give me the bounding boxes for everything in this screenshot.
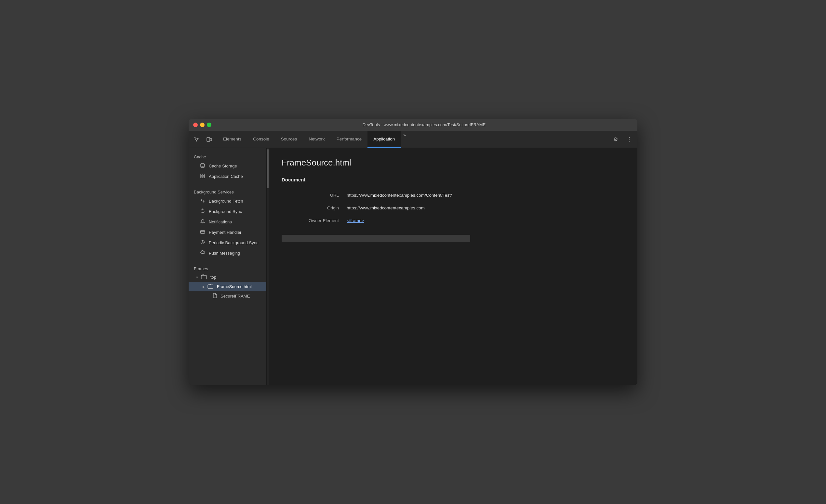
sidebar-item-push-messaging[interactable]: Push Messaging	[190, 248, 265, 258]
tab-application[interactable]: Application	[367, 131, 401, 148]
file-icon-secureiframe	[213, 293, 217, 299]
page-title: FrameSource.html	[282, 158, 625, 168]
tab-sources[interactable]: Sources	[275, 131, 303, 148]
toolbar: Elements Console Sources Network Perform…	[189, 131, 637, 148]
main-content: Cache Cache Storage	[189, 148, 637, 385]
more-tabs-button[interactable]: »	[401, 131, 408, 148]
background-fetch-label: Background Fetch	[209, 199, 243, 203]
svg-rect-3	[201, 174, 202, 176]
arrows-icon	[200, 198, 205, 204]
minimize-button[interactable]	[200, 123, 204, 127]
database-icon	[200, 163, 205, 169]
svg-rect-7	[201, 231, 205, 234]
url-row: URL https://www.mixedcontentexamples.com…	[282, 189, 625, 202]
tab-network[interactable]: Network	[303, 131, 331, 148]
card-icon	[200, 229, 205, 236]
more-options-icon: ⋮	[626, 136, 632, 143]
devtools-window: DevTools - www.mixedcontentexamples.com/…	[189, 119, 637, 385]
sidebar-item-application-cache[interactable]: Application Cache	[190, 171, 265, 181]
cloud-icon	[200, 250, 205, 256]
payment-handler-label: Payment Handler	[209, 230, 241, 235]
svg-rect-11	[208, 285, 213, 289]
bell-icon	[200, 219, 205, 225]
toolbar-tabs: Elements Console Sources Network Perform…	[217, 131, 408, 148]
traffic-lights	[193, 123, 212, 127]
push-messaging-label: Push Messaging	[209, 251, 240, 256]
sidebar-item-payment-handler[interactable]: Payment Handler	[190, 227, 265, 237]
tree-arrow-framesource	[201, 285, 205, 289]
origin-value: https://www.mixedcontentexamples.com	[347, 205, 625, 210]
settings-button[interactable]: ⚙	[610, 134, 621, 145]
origin-row: Origin https://www.mixedcontentexamples.…	[282, 202, 625, 214]
tree-item-top[interactable]: top	[189, 272, 266, 282]
owner-element-link[interactable]: <iframe>	[347, 218, 364, 223]
tab-console[interactable]: Console	[247, 131, 275, 148]
svg-rect-4	[203, 174, 204, 176]
tab-elements[interactable]: Elements	[217, 131, 247, 148]
sidebar-cache-heading: Cache	[189, 152, 266, 161]
secureiframe-label: SecureIFRAME	[221, 294, 250, 299]
window-title: DevTools - www.mixedcontentexamples.com/…	[215, 122, 633, 127]
application-cache-label: Application Cache	[209, 174, 243, 179]
cache-storage-label: Cache Storage	[209, 164, 237, 169]
toolbar-icon-group	[191, 134, 215, 145]
device-icon[interactable]	[203, 134, 215, 145]
framesource-label: FrameSource.html	[217, 284, 252, 289]
folder-icon-top	[201, 274, 207, 280]
folder-icon-framesource	[208, 284, 213, 290]
tree-arrow-top	[195, 275, 199, 279]
sync-icon	[200, 208, 205, 214]
settings-icon: ⚙	[613, 136, 618, 142]
svg-rect-10	[201, 275, 206, 279]
titlebar: DevTools - www.mixedcontentexamples.com/…	[189, 119, 637, 131]
sidebar-bg-services-heading: Background Services	[189, 187, 266, 196]
grid-icon	[200, 173, 205, 180]
toolbar-right: ⚙ ⋮	[610, 134, 635, 145]
sidebar-item-notifications[interactable]: Notifications	[190, 217, 265, 227]
sidebar-frames-heading: Frames	[189, 264, 266, 272]
svg-rect-0	[207, 137, 210, 141]
sidebar: Cache Cache Storage	[189, 148, 267, 385]
close-button[interactable]	[193, 123, 198, 127]
background-sync-label: Background Sync	[209, 209, 242, 214]
svg-point-2	[201, 164, 204, 165]
sidebar-item-cache-storage[interactable]: Cache Storage	[190, 161, 265, 171]
sidebar-item-periodic-bg-sync[interactable]: Periodic Background Sync	[190, 238, 265, 248]
tree-item-secureiframe[interactable]: SecureIFRAME	[189, 291, 266, 301]
tab-performance[interactable]: Performance	[331, 131, 367, 148]
content-panel: FrameSource.html Document URL https://ww…	[269, 148, 637, 385]
url-label: URL	[282, 193, 347, 198]
tree-item-framesource[interactable]: FrameSource.html	[189, 282, 266, 291]
inspect-icon[interactable]	[191, 134, 202, 145]
content-inner: FrameSource.html Document URL https://ww…	[269, 148, 637, 252]
notifications-label: Notifications	[209, 219, 232, 225]
more-options-button[interactable]: ⋮	[624, 134, 635, 145]
maximize-button[interactable]	[207, 123, 212, 127]
owner-value: <iframe>	[347, 218, 625, 223]
svg-rect-5	[201, 176, 202, 178]
sidebar-item-background-fetch[interactable]: Background Fetch	[190, 196, 265, 206]
owner-row: Owner Element <iframe>	[282, 214, 625, 227]
svg-rect-6	[203, 176, 204, 178]
sidebar-item-background-sync[interactable]: Background Sync	[190, 206, 265, 216]
owner-label: Owner Element	[282, 218, 347, 223]
content-progress-bar	[282, 235, 470, 242]
url-value: https://www.mixedcontentexamples.com/Con…	[347, 193, 625, 198]
document-section-title: Document	[282, 177, 625, 182]
svg-rect-1	[210, 138, 212, 141]
origin-label: Origin	[282, 205, 347, 210]
periodic-bg-sync-label: Periodic Background Sync	[209, 240, 258, 245]
clock-icon	[200, 240, 205, 246]
tree-top-label: top	[211, 275, 216, 279]
